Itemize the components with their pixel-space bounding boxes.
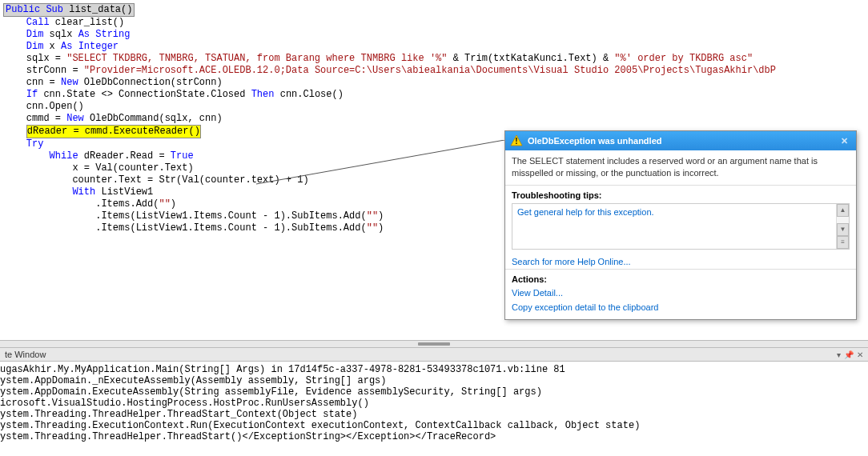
scroll-track[interactable] (837, 217, 849, 223)
trace-line: ystem.Threading.ExecutionContext.Run(Exe… (0, 420, 868, 431)
actions-title: Actions: (505, 270, 856, 286)
view-detail-link[interactable]: View Detail... (505, 286, 856, 300)
exception-title: OleDbException was unhandled (528, 136, 661, 146)
trace-line: icrosoft.VisualStudio.HostingProcess.Hos… (0, 398, 868, 409)
sub-declaration-box: Public Sub list_data() (3, 3, 135, 17)
tips-box: Get general help for this exception. ▲ ▼… (512, 203, 850, 250)
splitter[interactable] (0, 340, 868, 348)
scroll-down-button[interactable]: ▼ (837, 223, 849, 236)
svg-text:!: ! (515, 137, 517, 146)
exception-header: ! OleDbException was unhandled ✕ (505, 131, 856, 150)
stack-trace[interactable]: ugasAkhir.My.MyApplication.Main(String[]… (0, 362, 868, 445)
panel-close-icon[interactable]: ✕ (857, 350, 863, 359)
output-panel: te Window ▾ 📌 ✕ ugasAkhir.My.MyApplicati… (0, 348, 868, 445)
panel-title-bar: te Window ▾ 📌 ✕ (0, 348, 868, 362)
warning-icon: ! (510, 134, 523, 147)
tip-link[interactable]: Get general help for this exception. (512, 204, 849, 220)
search-online-link[interactable]: Search for more Help Online... (505, 254, 856, 269)
trace-line: ystem.Threading.ThreadHelper.ThreadStart… (0, 409, 868, 420)
tips-scrollbar[interactable]: ▲ ▼ ≡ (836, 204, 849, 249)
tips-title: Troubleshooting tips: (505, 186, 856, 202)
trace-line: ystem.Threading.ThreadHelper.ThreadStart… (0, 431, 868, 442)
trace-line: ugasAkhir.My.MyApplication.Main(String[]… (0, 364, 868, 375)
panel-title: te Window (5, 350, 46, 359)
scroll-up-button[interactable]: ▲ (837, 204, 849, 217)
panel-dropdown-icon[interactable]: ▾ (837, 350, 841, 359)
scroll-grip-icon: ≡ (837, 236, 849, 249)
splitter-handle-icon (418, 342, 450, 346)
trace-line: ystem.AppDomain.ExecuteAssembly(String a… (0, 386, 868, 398)
panel-pin-icon[interactable]: 📌 (844, 350, 854, 359)
copy-detail-link[interactable]: Copy exception detail to the clipboard (505, 300, 856, 314)
code-editor[interactable]: Public Sub list_data() Call clear_list()… (0, 0, 868, 340)
current-exec-line: dReader = cmmd.ExecuteReader() (26, 125, 201, 138)
exception-popup: ! OleDbException was unhandled ✕ The SEL… (504, 130, 857, 320)
exception-message: The SELECT statement includes a reserved… (512, 155, 850, 180)
trace-line: ystem.AppDomain._nExecuteAssembly(Assemb… (0, 375, 868, 386)
close-icon[interactable]: ✕ (838, 136, 851, 146)
